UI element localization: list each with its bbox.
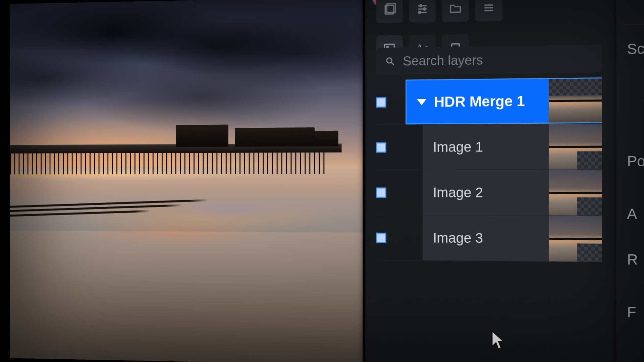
canvas-divider (363, 0, 365, 362)
layer-name: HDR Merge 1 (434, 93, 525, 110)
layer-visibility-toggle[interactable] (376, 232, 386, 243)
layer-visibility-toggle[interactable] (376, 187, 386, 198)
search-icon (385, 56, 395, 66)
layers-list: HDR Merge 1 Image 1 Image 2 (376, 77, 602, 262)
folder-button[interactable] (442, 0, 469, 22)
panel-divider (624, 24, 644, 25)
layer-thumbnail (549, 170, 602, 216)
layers-panel: Aa HDR Merge 1 Image 1 (365, 0, 616, 362)
layer-search-input[interactable] (403, 51, 593, 69)
layer-visibility-toggle[interactable] (376, 142, 386, 153)
svg-point-14 (387, 58, 392, 63)
canvas-pier (10, 137, 341, 174)
layer-visibility-toggle[interactable] (376, 97, 386, 108)
right-panel-label[interactable]: Sc (627, 41, 644, 58)
right-properties-panel: Sc Po A R F (616, 0, 644, 362)
layer-item[interactable]: Image 2 (376, 170, 602, 216)
right-panel-label[interactable]: F (627, 304, 636, 321)
layer-group-hdr-merge[interactable]: HDR Merge 1 (376, 77, 602, 125)
right-panel-label[interactable]: A (627, 205, 637, 222)
add-rect-layer-button[interactable] (376, 0, 403, 23)
layer-item[interactable]: Image 3 (376, 215, 602, 262)
chevron-down-icon[interactable] (417, 99, 427, 105)
svg-point-7 (419, 11, 421, 14)
svg-point-3 (420, 5, 422, 7)
right-panel-label[interactable]: R (627, 251, 638, 268)
layer-thumbnail (549, 124, 602, 170)
layer-name: Image 2 (433, 185, 483, 200)
layer-search[interactable] (376, 45, 602, 75)
svg-point-5 (423, 8, 425, 10)
layer-name: Image 3 (433, 230, 483, 246)
layer-thumbnail (549, 216, 602, 262)
canvas-viewport[interactable] (10, 0, 365, 362)
right-panel-label[interactable]: Po (627, 153, 644, 170)
layer-item[interactable]: Image 1 (376, 124, 602, 170)
canvas-reflection (10, 188, 365, 262)
menu-button[interactable] (475, 0, 502, 21)
svg-line-15 (391, 63, 394, 65)
layer-thumbnail (549, 78, 602, 122)
adjustments-button[interactable] (409, 0, 436, 23)
layer-name: Image 1 (433, 139, 483, 155)
